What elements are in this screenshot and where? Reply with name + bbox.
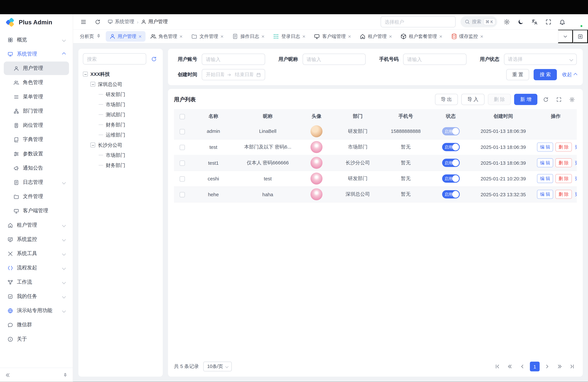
tab[interactable]: 操作日志 — [228, 31, 268, 42]
sidebar-item[interactable]: 字典管理 — [4, 133, 69, 146]
account-input[interactable] — [202, 54, 265, 65]
dark-mode-button[interactable] — [516, 17, 525, 26]
tree-refresh-button[interactable] — [149, 54, 158, 64]
fullscreen-button[interactable] — [544, 17, 553, 26]
notifications-button[interactable] — [558, 17, 567, 26]
tree-node[interactable]: 深圳总公司 — [83, 79, 158, 89]
close-icon[interactable] — [139, 34, 142, 39]
row-checkbox[interactable] — [180, 192, 185, 197]
tab[interactable]: 租户管理 — [356, 31, 396, 42]
edit-button[interactable]: 编 辑 — [537, 143, 553, 151]
tab[interactable]: 分析页 — [76, 31, 104, 42]
tree-node[interactable]: 市场部门 — [83, 99, 158, 109]
tree-collapse-icon[interactable] — [90, 82, 95, 87]
nickname-input[interactable] — [302, 54, 366, 65]
row-checkbox[interactable] — [180, 160, 185, 166]
reset-button[interactable]: 重 置 — [506, 69, 529, 80]
tab[interactable]: 缓存监控 — [447, 31, 487, 42]
sidebar-item[interactable]: 用户管理 — [4, 62, 69, 75]
tree-node[interactable]: 财务部门 — [83, 120, 158, 130]
pin-sidebar-icon[interactable] — [63, 373, 68, 377]
phone-input[interactable] — [403, 54, 466, 65]
tree-node[interactable]: 长沙分公司 — [83, 140, 158, 150]
prev-pages-button[interactable] — [505, 361, 515, 371]
search-button[interactable]: 搜 索 — [534, 69, 557, 80]
collapse-filter-link[interactable]: 收起 — [562, 71, 577, 78]
more-button[interactable]: 更 多 — [574, 190, 577, 199]
sidebar-item[interactable]: 系统工具 — [4, 247, 69, 260]
tree-node[interactable]: XXX科技 — [83, 69, 158, 79]
row-checkbox[interactable] — [180, 176, 185, 182]
hamburger-menu-button[interactable] — [78, 17, 88, 27]
settings-button[interactable] — [502, 17, 511, 26]
tree-node[interactable]: 财务部门 — [83, 160, 158, 170]
tabs-fullscreen-button[interactable] — [573, 30, 588, 43]
status-toggle[interactable]: 启用 — [442, 190, 460, 198]
select-all-checkbox[interactable] — [180, 114, 185, 119]
sidebar-item[interactable]: 我的任务 — [4, 290, 69, 303]
sidebar-item[interactable]: 关于 — [4, 332, 69, 346]
edit-button[interactable]: 编 辑 — [537, 190, 553, 199]
row-checkbox[interactable] — [180, 145, 185, 150]
tree-node[interactable]: 市场部门 — [83, 150, 158, 160]
current-page-button[interactable]: 1 — [530, 361, 540, 371]
tab[interactable]: 客户端管理 — [310, 31, 355, 42]
page-size-select[interactable]: 10条/页 — [203, 361, 231, 371]
tab[interactable]: 租户套餐管理 — [397, 31, 446, 42]
tree-node[interactable]: 运维部门 — [83, 130, 158, 140]
collapse-sidebar-icon[interactable] — [5, 372, 10, 378]
close-icon[interactable] — [220, 34, 224, 39]
tab[interactable]: 角色管理 — [147, 31, 186, 42]
status-select[interactable]: 请选择 — [504, 54, 577, 65]
edit-button[interactable]: 编 辑 — [537, 174, 553, 183]
sidebar-item[interactable]: 租户管理 — [4, 218, 69, 232]
sidebar-item[interactable]: 演示站专用功能 — [4, 304, 69, 318]
more-button[interactable]: 更 多 — [574, 174, 577, 183]
tree-collapse-icon[interactable] — [83, 72, 88, 77]
import-button[interactable]: 导 入 — [461, 94, 484, 105]
tenant-select-input[interactable] — [380, 16, 455, 27]
breadcrumb-root[interactable]: 系统管理 — [108, 18, 134, 25]
sidebar-item[interactable]: 系统管理 — [4, 47, 69, 61]
close-icon[interactable] — [180, 34, 183, 39]
more-button[interactable]: 更 多 — [574, 158, 577, 167]
row-delete-button[interactable]: 删 除 — [555, 190, 572, 199]
sidebar-item[interactable]: 微信群 — [4, 318, 69, 332]
sidebar-item[interactable]: 角色管理 — [4, 76, 69, 89]
edit-button[interactable]: 编 辑 — [537, 158, 553, 167]
tab[interactable]: 登录日志 — [269, 31, 309, 42]
sidebar-item[interactable]: 菜单管理 — [4, 90, 69, 104]
close-icon[interactable] — [439, 34, 442, 39]
row-delete-button[interactable]: 删 除 — [555, 174, 572, 183]
delete-button[interactable]: 删 除 — [488, 94, 511, 105]
last-page-button[interactable] — [567, 361, 577, 371]
sidebar-item[interactable]: 参数设置 — [4, 147, 69, 161]
tree-collapse-icon[interactable] — [90, 143, 95, 147]
column-settings-button[interactable] — [567, 95, 577, 105]
user-avatar[interactable] — [571, 16, 583, 27]
tabs-dropdown-button[interactable] — [558, 30, 573, 43]
close-icon[interactable] — [480, 34, 483, 39]
breadcrumb-current[interactable]: 用户管理 — [141, 18, 168, 25]
prev-page-button[interactable] — [517, 361, 527, 371]
close-icon[interactable] — [261, 34, 264, 39]
row-checkbox[interactable] — [180, 129, 185, 134]
sidebar-item[interactable]: 通知公告 — [4, 161, 69, 175]
close-icon[interactable] — [389, 34, 392, 39]
tab[interactable]: 用户管理 — [105, 31, 145, 42]
app-logo[interactable]: Plus Admin — [0, 14, 73, 31]
sidebar-item[interactable]: 日志管理 — [4, 175, 69, 189]
date-range-picker[interactable]: 开始日期 结束日期 — [202, 69, 265, 80]
tree-search-input[interactable] — [83, 53, 146, 64]
export-button[interactable]: 导 出 — [435, 94, 458, 105]
status-toggle[interactable]: 启用 — [442, 127, 460, 135]
refresh-page-button[interactable] — [93, 17, 103, 27]
add-button[interactable]: 新 增 — [514, 94, 537, 105]
close-icon[interactable] — [348, 34, 351, 39]
sidebar-item[interactable]: 客户端管理 — [4, 204, 69, 218]
table-fullscreen-button[interactable] — [554, 95, 564, 105]
sidebar-item[interactable]: 系统监控 — [4, 233, 69, 246]
sidebar-item[interactable]: 文件管理 — [4, 190, 69, 203]
table-refresh-button[interactable] — [541, 95, 551, 105]
status-toggle[interactable]: 启用 — [442, 143, 460, 151]
